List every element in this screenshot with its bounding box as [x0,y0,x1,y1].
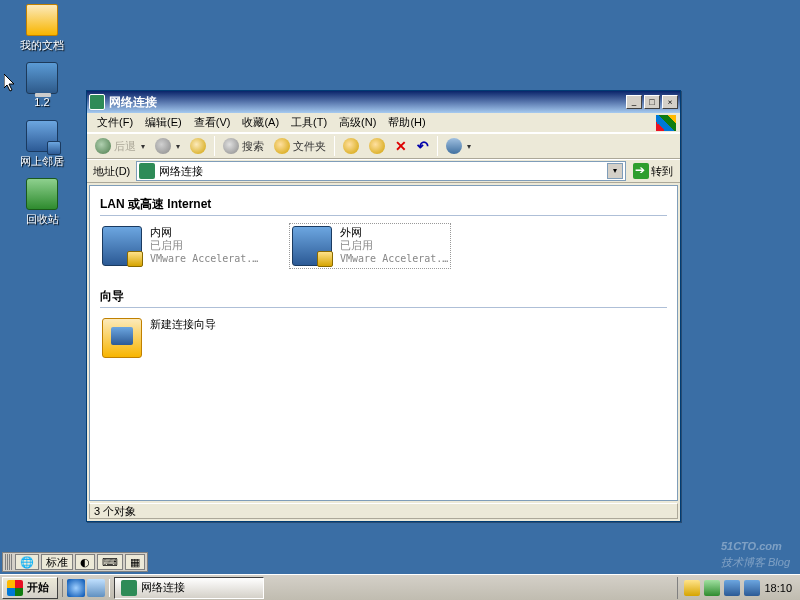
computer-icon [26,62,58,94]
menu-edit[interactable]: 编辑(E) [139,114,188,131]
go-label: 转到 [651,164,673,179]
ime-mode-label[interactable]: 标准 [41,554,73,570]
menu-favorites[interactable]: 收藏(A) [236,114,285,131]
desktop-icon-recycle-bin[interactable]: 回收站 [12,178,72,227]
ime-toolbar[interactable]: 🌐 标准 ◐ ⌨ ▦ [2,552,148,572]
watermark-main: 51CTO.com [721,540,782,552]
menu-advanced[interactable]: 高级(N) [333,114,382,131]
menu-file[interactable]: 文件(F) [91,114,139,131]
separator [437,136,438,156]
copy-to-button[interactable] [365,136,389,156]
network-adapter-icon [102,226,142,266]
group-header-lan: LAN 或高速 Internet [100,192,667,216]
address-field[interactable]: 网络连接 ▾ [136,161,626,181]
folder-icon [26,4,58,36]
back-icon [95,138,111,154]
network-connections-icon [121,580,137,596]
connection-name: 外网 [340,226,450,239]
back-button[interactable]: 后退 [91,136,149,156]
folders-button[interactable]: 文件夹 [270,136,330,156]
desktop-icon-label: 1.2 [12,96,72,108]
search-label: 搜索 [242,139,264,154]
separator [334,136,335,156]
views-icon [446,138,462,154]
ime-grip[interactable] [5,554,13,570]
recycle-bin-icon [26,178,58,210]
forward-button[interactable] [151,136,184,156]
desktop-icon-computer[interactable]: 1.2 [12,62,72,108]
window-title: 网络连接 [109,94,624,111]
back-label: 后退 [114,139,136,154]
taskbar-button-network-connections[interactable]: 网络连接 [114,577,264,599]
connection-status: 已启用 [150,239,260,252]
folders-label: 文件夹 [293,139,326,154]
network-adapter-icon [292,226,332,266]
minimize-button[interactable]: _ [626,95,642,109]
address-label: 地址(D) [91,164,132,179]
content-pane[interactable]: LAN 或高速 Internet 内网 已启用 VMware Accelerat… [89,185,678,501]
move-to-icon [343,138,359,154]
start-label: 开始 [27,580,49,595]
ime-globe-button[interactable]: 🌐 [15,554,39,570]
menu-view[interactable]: 查看(V) [188,114,237,131]
quick-launch [62,579,110,597]
connection-item-internal[interactable]: 内网 已启用 VMware Accelerat... [100,224,260,268]
windows-flag-icon [656,115,676,131]
go-button[interactable]: 转到 [630,162,676,180]
start-button[interactable]: 开始 [2,577,58,599]
group-header-wizard: 向导 [100,284,667,308]
menubar: 文件(F) 编辑(E) 查看(V) 收藏(A) 工具(T) 高级(N) 帮助(H… [87,113,680,133]
desktop-icon-label: 我的文档 [12,38,72,53]
watermark-sub: 技术博客 Blog [721,555,790,570]
undo-button[interactable]: ↶ [413,137,433,155]
delete-button[interactable]: ✕ [391,137,411,155]
desktop-icon-label: 回收站 [12,212,72,227]
connection-item-external[interactable]: 外网 已启用 VMware Accelerat... [290,224,450,268]
tray-icon[interactable] [704,580,720,596]
network-connections-icon [89,94,105,110]
up-icon [190,138,206,154]
menu-help[interactable]: 帮助(H) [382,114,431,131]
wizard-item-new-connection[interactable]: 新建连接向导 [100,316,260,360]
network-places-icon [26,120,58,152]
taskbar: 开始 网络连接 18:10 [0,574,800,600]
folders-icon [274,138,290,154]
up-button[interactable] [186,136,210,156]
desktop-icon-my-documents[interactable]: 我的文档 [12,4,72,53]
search-button[interactable]: 搜索 [219,136,268,156]
forward-icon [155,138,171,154]
desktop-icon-network-places[interactable]: 网上邻居 [12,120,72,169]
ime-shape-button[interactable]: ◐ [75,554,95,570]
connection-name: 内网 [150,226,260,239]
connection-detail: VMware Accelerat... [340,252,450,265]
quick-launch-show-desktop-icon[interactable] [87,579,105,597]
windows-flag-icon [7,580,23,596]
separator [214,136,215,156]
status-text: 3 个对象 [94,505,136,517]
move-to-button[interactable] [339,136,363,156]
titlebar[interactable]: 网络连接 _ □ × [87,91,680,113]
toolbar: 后退 搜索 文件夹 ✕ ↶ [87,133,680,159]
tray-network-icon[interactable] [744,580,760,596]
go-icon [633,163,649,179]
maximize-button[interactable]: □ [644,95,660,109]
undo-icon: ↶ [417,139,429,153]
quick-launch-ie-icon[interactable] [67,579,85,597]
wizard-name: 新建连接向导 [150,318,216,331]
clock[interactable]: 18:10 [764,582,792,594]
network-connections-icon [139,163,155,179]
wizard-icon [102,318,142,358]
ime-options-button[interactable]: ▦ [125,554,145,570]
addressbar: 地址(D) 网络连接 ▾ 转到 [87,159,680,183]
statusbar: 3 个对象 [89,503,678,519]
close-button[interactable]: × [662,95,678,109]
connection-detail: VMware Accelerat... [150,252,260,265]
views-button[interactable] [442,136,475,156]
tray-network-icon[interactable] [724,580,740,596]
ime-keyboard-button[interactable]: ⌨ [97,554,123,570]
window-network-connections: 网络连接 _ □ × 文件(F) 编辑(E) 查看(V) 收藏(A) 工具(T)… [86,90,681,522]
tray-icon[interactable] [684,580,700,596]
menu-tools[interactable]: 工具(T) [285,114,333,131]
address-dropdown[interactable]: ▾ [607,163,623,179]
address-value: 网络连接 [159,164,203,179]
